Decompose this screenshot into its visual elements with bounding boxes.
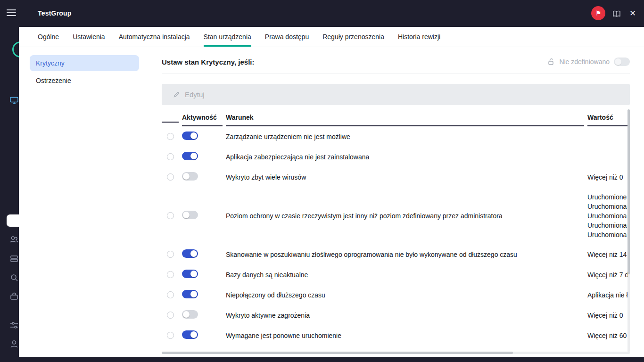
edit-button-label: Edytuj xyxy=(185,90,205,99)
panel-title: Ustaw stan Krytyczny, jeśli: xyxy=(162,58,254,66)
conditions-panel: Ustaw stan Krytyczny, jeśli: Nie zdefini… xyxy=(162,47,630,357)
vertical-scrollbar-thumb[interactable] xyxy=(627,109,630,274)
titlebar: TestGroup ⚑ ✕ xyxy=(0,0,644,27)
condition-text: Bazy danych są nieaktualne xyxy=(226,271,584,279)
condition-text: Wymagane jest ponowne uruchomienie xyxy=(226,332,584,339)
value-cell: Więcej niż 60 xyxy=(587,332,630,339)
row-toggle[interactable] xyxy=(182,132,198,140)
sliders-icon[interactable] xyxy=(9,321,19,330)
row-toggle[interactable] xyxy=(182,152,198,160)
row-toggle[interactable] xyxy=(182,310,198,319)
pencil-icon xyxy=(173,91,180,98)
condition-text: Skanowanie w poszukiwaniu złośliwego opr… xyxy=(226,251,584,258)
col-aktywnosc: Aktywność xyxy=(182,110,223,126)
tab-ustawienia[interactable]: Ustawienia xyxy=(73,27,105,47)
close-icon[interactable]: ✕ xyxy=(628,8,637,18)
help-book-icon[interactable] xyxy=(612,9,621,18)
row-radio[interactable] xyxy=(167,153,174,160)
tab-stan-urzadzenia[interactable]: Stan urządzenia xyxy=(204,27,251,47)
row-toggle[interactable] xyxy=(182,330,198,339)
open-lock-icon xyxy=(547,58,555,66)
dialog-tabs: Ogólne Ustawienia Automatyczna instalacj… xyxy=(19,27,644,47)
condition-row: Wymagane jest ponowne uruchomienie Więce… xyxy=(162,325,630,346)
search-icon[interactable] xyxy=(9,273,19,282)
row-radio[interactable] xyxy=(167,332,174,339)
row-radio[interactable] xyxy=(167,291,174,298)
row-toggle[interactable] xyxy=(182,270,198,278)
status-side-list: Krytyczny Ostrzeżenie xyxy=(30,55,139,90)
condition-row: Wykryto zbyt wiele wirusów Więcej niż 0 xyxy=(162,167,630,187)
row-radio[interactable] xyxy=(167,212,174,219)
value-cell: Aplikacja nie ł xyxy=(587,291,630,299)
logo-ring xyxy=(12,41,19,58)
sidebar-item-ostrzezenie[interactable]: Ostrzeżenie xyxy=(30,73,139,89)
condition-text: Poziom ochrony w czasie rzeczywistym jes… xyxy=(226,212,584,220)
sidebar-item-krytyczny[interactable]: Krytyczny xyxy=(30,55,139,71)
condition-row: Poziom ochrony w czasie rzeczywistym jes… xyxy=(162,187,630,244)
horizontal-scrollbar[interactable] xyxy=(162,352,630,354)
bag-icon[interactable] xyxy=(9,292,19,301)
conditions-table-header: Aktywność Warunek Wartość xyxy=(162,110,630,126)
col-wartosc: Wartość xyxy=(587,110,630,126)
tab-reguly-przenoszenia[interactable]: Reguły przenoszenia xyxy=(322,27,384,47)
active-nav-pill xyxy=(7,214,19,227)
value-cell: Więcej niż 7 d xyxy=(587,271,630,279)
condition-text: Zarządzanie urządzeniem nie jest możliwe xyxy=(226,133,584,140)
row-radio[interactable] xyxy=(167,133,174,140)
screen: TestGroup ⚑ ✕ xyxy=(0,0,644,362)
flag-badge-icon[interactable]: ⚑ xyxy=(591,6,605,20)
vertical-scrollbar[interactable] xyxy=(627,109,630,352)
left-rail xyxy=(0,27,19,362)
tab-prawa-dostepu[interactable]: Prawa dostępu xyxy=(265,27,309,47)
row-toggle[interactable] xyxy=(182,290,198,298)
col-warunek: Warunek xyxy=(226,110,584,126)
condition-text: Wykryto aktywne zagrożenia xyxy=(226,312,584,319)
value-cell: Więcej niż 0 xyxy=(587,312,630,319)
row-toggle[interactable] xyxy=(182,211,198,219)
condition-text: Aplikacja zabezpieczająca nie jest zains… xyxy=(226,153,584,161)
undefined-state-toggle[interactable] xyxy=(614,58,630,66)
panel-header: Ustaw stan Krytyczny, jeśli: Nie zdefini… xyxy=(162,47,630,74)
horizontal-scrollbar-thumb[interactable] xyxy=(162,352,513,354)
servers-icon[interactable] xyxy=(9,254,19,263)
row-radio[interactable] xyxy=(167,173,174,181)
lock-status-label: Nie zdefiniowano xyxy=(559,58,610,66)
devices-monitor-icon[interactable] xyxy=(9,96,19,105)
condition-row: Zarządzanie urządzeniem nie jest możliwe xyxy=(162,126,630,147)
condition-row: Bazy danych są nieaktualne Więcej niż 7 … xyxy=(162,264,630,285)
condition-text: Niepołączony od dłuższego czasu xyxy=(226,291,584,299)
row-radio[interactable] xyxy=(167,312,174,319)
row-radio[interactable] xyxy=(167,271,174,278)
value-cell: Więcej niż 0 xyxy=(587,173,630,181)
row-toggle[interactable] xyxy=(182,249,198,258)
conditions-rows: Zarządzanie urządzeniem nie jest możliwe… xyxy=(162,126,630,346)
menu-icon[interactable] xyxy=(7,9,16,17)
users-icon[interactable] xyxy=(9,235,19,244)
inheritance-control: Nie zdefiniowano xyxy=(547,58,630,66)
group-properties-dialog: Ogólne Ustawienia Automatyczna instalacj… xyxy=(19,27,644,357)
edit-button[interactable]: Edytuj xyxy=(162,84,630,105)
value-cell: UruchomioneUruchomionaUruchomionaUruchom… xyxy=(587,192,630,239)
condition-row: Aplikacja zabezpieczająca nie jest zains… xyxy=(162,147,630,167)
condition-text: Wykryto zbyt wiele wirusów xyxy=(226,173,584,181)
row-toggle[interactable] xyxy=(182,172,198,181)
condition-row: Wykryto aktywne zagrożenia Więcej niż 0 xyxy=(162,305,630,325)
tab-automatyczna-instalacja[interactable]: Automatyczna instalacja xyxy=(119,27,190,47)
tab-historia-rewizji[interactable]: Historia rewizji xyxy=(398,27,440,47)
row-radio[interactable] xyxy=(167,251,174,258)
condition-row: Skanowanie w poszukiwaniu złośliwego opr… xyxy=(162,244,630,264)
tab-ogolne[interactable]: Ogólne xyxy=(38,27,59,47)
window-title: TestGroup xyxy=(38,9,72,17)
value-cell: Więcej niż 14 xyxy=(587,251,630,258)
condition-row: Niepołączony od dłuższego czasu Aplikacj… xyxy=(162,285,630,305)
col-radio xyxy=(162,114,179,123)
account-icon[interactable] xyxy=(9,339,19,349)
